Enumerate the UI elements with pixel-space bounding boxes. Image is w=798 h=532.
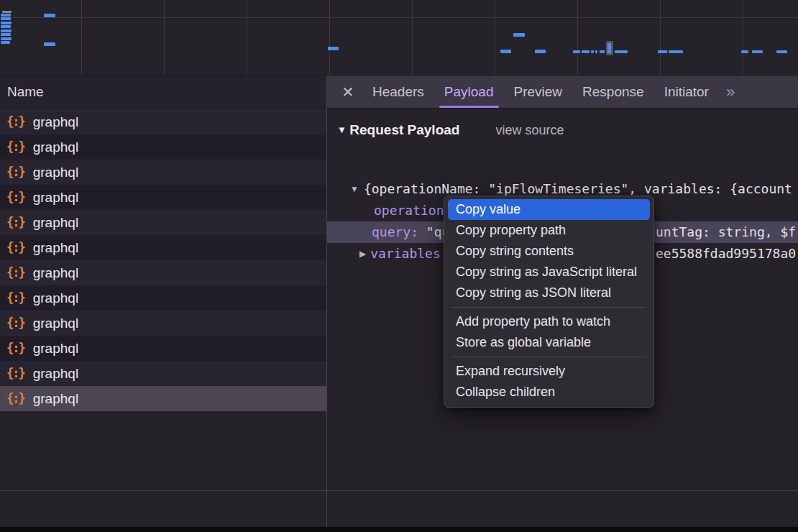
waterfall-bar bbox=[513, 33, 525, 37]
table-row-graphql[interactable]: {:}graphql bbox=[0, 235, 326, 260]
timeline-gridline bbox=[329, 0, 330, 75]
details-tabs: HeadersPayloadPreviewResponseInitiator bbox=[362, 75, 719, 108]
table-row-graphql[interactable]: {:}graphql bbox=[0, 185, 326, 210]
name-column-header[interactable]: Name bbox=[0, 75, 326, 109]
json-braces-icon: {:} bbox=[6, 391, 24, 405]
waterfall-bar bbox=[582, 50, 590, 53]
collapsed-triangle-icon[interactable]: ▶ bbox=[359, 249, 366, 259]
request-name-label: graphql bbox=[33, 215, 78, 231]
table-row-graphql[interactable]: {:}graphql bbox=[0, 134, 326, 160]
waterfall-bar bbox=[535, 50, 546, 53]
waterfall-bar bbox=[1, 29, 12, 32]
timeline-gridline bbox=[577, 0, 578, 75]
menu-item-copy-string-as-javascript-literal[interactable]: Copy string as JavaScript literal bbox=[448, 262, 650, 283]
waterfall-bar bbox=[1, 14, 11, 17]
waterfall-bar bbox=[1, 37, 12, 40]
timeline-gridline bbox=[495, 0, 495, 75]
request-name-label: graphql bbox=[33, 290, 78, 306]
waterfall-bar bbox=[1, 17, 11, 20]
waterfall-bar bbox=[595, 50, 597, 53]
request-name-label: graphql bbox=[33, 165, 78, 180]
request-name-label: graphql bbox=[33, 139, 78, 155]
timeline-selection-marker[interactable] bbox=[606, 41, 613, 55]
waterfall-bar bbox=[573, 50, 580, 53]
request-name-label: graphql bbox=[33, 316, 78, 331]
menu-item-copy-value[interactable]: Copy value bbox=[448, 199, 650, 220]
request-name-label: graphql bbox=[33, 341, 78, 357]
timeline-gridline bbox=[0, 17, 798, 18]
details-tabbar: ✕ HeadersPayloadPreviewResponseInitiator… bbox=[327, 75, 798, 109]
timeline-gridline bbox=[743, 0, 743, 75]
json-braces-icon: {:} bbox=[6, 165, 24, 179]
collapse-triangle-icon: ▼ bbox=[337, 124, 347, 135]
waterfall-bar bbox=[44, 42, 55, 46]
table-row-graphql[interactable]: {:}graphql bbox=[0, 336, 326, 361]
close-icon[interactable]: ✕ bbox=[339, 83, 357, 101]
menu-item-copy-string-contents[interactable]: Copy string contents bbox=[448, 241, 650, 262]
menu-item-expand-recursively[interactable]: Expand recursively bbox=[448, 361, 650, 382]
query-value-right-fragment: untTag: string, $f bbox=[656, 221, 796, 243]
payload-root-preview: {operationName: "ipFlowTimeseries", vari… bbox=[364, 181, 792, 196]
request-name-label: graphql bbox=[33, 240, 78, 256]
menu-item-copy-string-as-json-literal[interactable]: Copy string as JSON literal bbox=[448, 283, 650, 303]
request-rows: {:}graphql{:}graphql{:}graphql{:}graphql… bbox=[0, 109, 326, 411]
menu-item-add-property-path-to-watch[interactable]: Add property path to watch bbox=[448, 311, 650, 332]
waterfall-bar bbox=[1, 33, 11, 36]
bottom-strip bbox=[0, 527, 798, 532]
variables-value-right-fragment: ee5588fdad995178a0 bbox=[656, 243, 796, 265]
table-row-graphql[interactable]: {:}graphql bbox=[0, 160, 326, 185]
tab-initiator[interactable]: Initiator bbox=[654, 75, 719, 108]
waterfall-bar bbox=[591, 50, 594, 53]
json-braces-icon: {:} bbox=[6, 265, 24, 280]
more-tabs-icon[interactable]: » bbox=[719, 75, 740, 108]
waterfall-bar bbox=[741, 50, 748, 53]
table-row-graphql[interactable]: {:}graphql bbox=[0, 386, 326, 411]
waterfall-bar bbox=[44, 14, 55, 17]
tab-preview[interactable]: Preview bbox=[504, 75, 573, 108]
timeline-gridline bbox=[81, 0, 82, 75]
menu-separator bbox=[451, 357, 646, 357]
json-braces-icon: {:} bbox=[6, 190, 24, 204]
json-braces-icon: {:} bbox=[6, 316, 24, 330]
json-braces-icon: {:} bbox=[6, 341, 24, 355]
request-name-label: graphql bbox=[33, 190, 78, 206]
request-name-label: graphql bbox=[33, 391, 78, 407]
requests-table: Name {:}graphql{:}graphql{:}graphql{:}gr… bbox=[0, 75, 326, 532]
waterfall-bar bbox=[776, 50, 787, 53]
name-column-label: Name bbox=[7, 84, 44, 99]
tab-headers[interactable]: Headers bbox=[362, 75, 434, 108]
table-row-graphql[interactable]: {:}graphql bbox=[0, 361, 326, 386]
request-payload-section-header[interactable]: ▼ Request Payloadview source bbox=[327, 119, 564, 142]
waterfall-bar bbox=[328, 47, 339, 50]
request-name-label: graphql bbox=[33, 114, 78, 130]
timeline-gray-bar bbox=[2, 11, 12, 13]
footer-divider bbox=[0, 490, 798, 491]
request-name-label: graphql bbox=[33, 265, 78, 281]
waterfall-bar bbox=[1, 25, 11, 28]
json-braces-icon: {:} bbox=[6, 290, 24, 305]
network-overview-timeline[interactable] bbox=[0, 0, 798, 75]
table-row-graphql[interactable]: {:}graphql bbox=[0, 311, 326, 336]
menu-item-store-as-global-variable[interactable]: Store as global variable bbox=[448, 332, 650, 353]
json-braces-icon: {:} bbox=[6, 139, 24, 154]
table-row-graphql[interactable]: {:}graphql bbox=[0, 285, 326, 311]
table-row-graphql[interactable]: {:}graphql bbox=[0, 260, 326, 285]
expand-triangle-icon[interactable]: ▼ bbox=[350, 184, 359, 194]
menu-item-collapse-children[interactable]: Collapse children bbox=[448, 382, 650, 403]
waterfall-bar bbox=[658, 50, 667, 53]
timeline-gridline bbox=[412, 0, 413, 75]
view-source-link[interactable]: view source bbox=[495, 123, 564, 137]
query-key: query: bbox=[372, 224, 426, 239]
tab-payload[interactable]: Payload bbox=[434, 75, 504, 108]
table-row-graphql[interactable]: {:}graphql bbox=[0, 210, 326, 235]
panel-divider[interactable] bbox=[326, 75, 327, 527]
waterfall-bar bbox=[669, 50, 683, 53]
waterfall-bar bbox=[1, 41, 10, 44]
json-braces-icon: {:} bbox=[6, 240, 24, 254]
menu-item-copy-property-path[interactable]: Copy property path bbox=[448, 220, 650, 241]
menu-separator bbox=[451, 307, 646, 308]
table-row-graphql[interactable]: {:}graphql bbox=[0, 109, 326, 134]
json-braces-icon: {:} bbox=[6, 366, 24, 380]
waterfall-bar bbox=[500, 50, 511, 53]
tab-response[interactable]: Response bbox=[572, 75, 654, 108]
